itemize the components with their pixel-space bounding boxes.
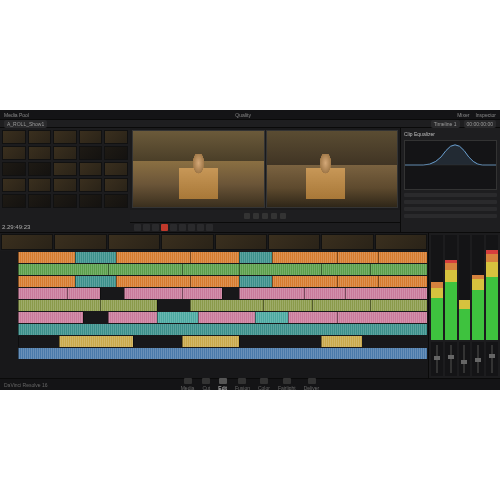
clip-thumb[interactable] [104, 194, 128, 208]
clip[interactable] [124, 288, 181, 299]
clip[interactable] [108, 312, 157, 323]
clip[interactable] [18, 288, 67, 299]
clip[interactable] [18, 252, 75, 263]
strip-thumb[interactable] [108, 234, 160, 250]
clip[interactable] [190, 252, 239, 263]
clip-thumb[interactable] [79, 130, 103, 144]
eq-curve[interactable] [404, 140, 497, 190]
dynamic-trim-tool[interactable] [161, 224, 168, 231]
eq-band-1[interactable] [404, 193, 497, 197]
clip-thumb[interactable] [53, 146, 77, 160]
clip[interactable] [18, 336, 59, 347]
prev-button[interactable] [244, 213, 250, 219]
play-button[interactable] [253, 213, 259, 219]
clip[interactable] [337, 312, 427, 323]
clip[interactable] [108, 264, 182, 275]
clip[interactable] [190, 300, 264, 311]
track-A6[interactable] [18, 336, 427, 347]
overwrite-tool[interactable] [179, 224, 186, 231]
strip-thumb[interactable] [268, 234, 320, 250]
clip-thumb[interactable] [53, 130, 77, 144]
eq-band-2[interactable] [404, 200, 497, 204]
clip[interactable] [239, 276, 272, 287]
timeline[interactable] [0, 233, 428, 378]
clip-thumb[interactable] [104, 178, 128, 192]
clip[interactable] [288, 312, 337, 323]
replace-tool[interactable] [188, 224, 195, 231]
clip[interactable] [378, 276, 427, 287]
clip[interactable] [18, 348, 427, 359]
clip[interactable] [18, 312, 83, 323]
track-A3[interactable] [18, 300, 427, 311]
clip[interactable] [272, 276, 337, 287]
menu-mixer[interactable]: Mixer [457, 112, 469, 118]
clip-thumb[interactable] [104, 146, 128, 160]
clip-thumb[interactable] [79, 162, 103, 176]
clip[interactable] [133, 336, 182, 347]
clip[interactable] [321, 336, 362, 347]
project-name[interactable]: A_ROLL_Show1 [4, 120, 47, 128]
clip[interactable] [239, 336, 321, 347]
clip[interactable] [263, 300, 312, 311]
strip-thumb[interactable] [375, 234, 427, 250]
clip-thumb[interactable] [28, 130, 52, 144]
clip-thumb[interactable] [104, 162, 128, 176]
fader-A2[interactable] [445, 342, 457, 376]
fader-A3[interactable] [459, 342, 471, 376]
clip[interactable] [198, 312, 255, 323]
clip-thumb[interactable] [28, 178, 52, 192]
page-edit[interactable]: Edit [218, 378, 227, 390]
clip[interactable] [75, 276, 116, 287]
clip-thumb[interactable] [28, 194, 52, 208]
clip[interactable] [18, 276, 75, 287]
timeline-viewer[interactable] [266, 130, 399, 208]
clip[interactable] [337, 252, 378, 263]
clip-thumb[interactable] [2, 178, 26, 192]
track-area[interactable] [0, 251, 428, 378]
clip[interactable] [272, 252, 337, 263]
clip[interactable] [83, 312, 108, 323]
page-fusion[interactable]: Fusion [235, 378, 250, 390]
clip[interactable] [67, 288, 100, 299]
clip-thumb[interactable] [53, 194, 77, 208]
strip-thumb[interactable] [54, 234, 106, 250]
trim-tool[interactable] [143, 224, 150, 231]
clip[interactable] [239, 252, 272, 263]
clip-thumb[interactable] [79, 178, 103, 192]
page-cut[interactable]: Cut [202, 378, 210, 390]
clip[interactable] [116, 276, 190, 287]
track-A1[interactable] [18, 276, 427, 287]
clip[interactable] [378, 252, 427, 263]
clip[interactable] [222, 288, 238, 299]
clip-thumb[interactable] [2, 130, 26, 144]
clip[interactable] [190, 276, 239, 287]
clip-thumb[interactable] [2, 146, 26, 160]
clip[interactable] [182, 288, 223, 299]
loop-button[interactable] [280, 213, 286, 219]
track-A4[interactable] [18, 312, 427, 323]
fader-A1[interactable] [431, 342, 443, 376]
page-color[interactable]: Color [258, 378, 270, 390]
track-A7[interactable] [18, 348, 427, 359]
clip[interactable] [157, 300, 190, 311]
fader-A4[interactable] [472, 342, 484, 376]
clip[interactable] [321, 264, 370, 275]
clip[interactable] [345, 288, 427, 299]
strip-thumb[interactable] [1, 234, 53, 250]
fader-Main[interactable] [486, 342, 498, 376]
stop-button[interactable] [262, 213, 268, 219]
clip-thumb[interactable] [79, 194, 103, 208]
clip[interactable] [370, 264, 427, 275]
blade-tool[interactable] [152, 224, 159, 231]
selection-tool[interactable] [134, 224, 141, 231]
strip-thumb[interactable] [215, 234, 267, 250]
clip[interactable] [312, 300, 369, 311]
track-V1[interactable] [18, 264, 427, 275]
eq-band-4[interactable] [404, 214, 497, 218]
clip[interactable] [304, 288, 345, 299]
clip[interactable] [116, 252, 190, 263]
clip[interactable] [75, 252, 116, 263]
track-A5[interactable] [18, 324, 427, 335]
menu-media-pool[interactable]: Media Pool [4, 112, 29, 118]
strip-thumb[interactable] [161, 234, 213, 250]
